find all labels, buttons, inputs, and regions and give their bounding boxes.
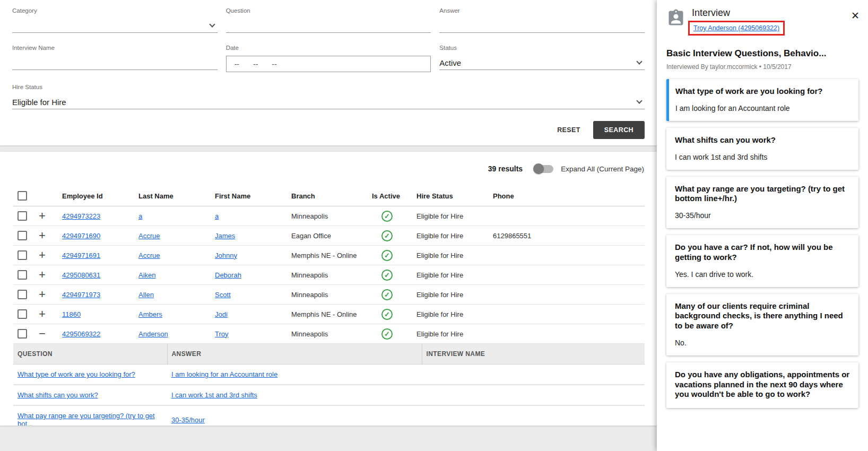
qa-question: Do you have a car? If not, how will you …: [675, 242, 850, 263]
expand-row-button[interactable]: +: [39, 289, 46, 300]
detail-answer-link[interactable]: 30-35/hour: [171, 416, 205, 424]
row-checkbox[interactable]: [18, 290, 27, 299]
date-day-segment[interactable]: --: [253, 60, 258, 68]
detail-answer-link[interactable]: I am looking for an Accountant role: [171, 370, 277, 378]
branch-cell: Eagan Office: [287, 226, 368, 246]
employee-id-link[interactable]: 4294973223: [62, 212, 100, 220]
last-name-link[interactable]: Accrue: [138, 232, 160, 240]
phone-cell: 6129865551: [489, 226, 563, 246]
person-link[interactable]: Troy Anderson (4295069322): [693, 24, 779, 32]
table-row: +4294971973AllenScottMinneapolis✓Eligibl…: [13, 285, 645, 305]
results-panel: 39 results Expand All (Current Page) Emp…: [0, 152, 657, 426]
branch-cell: Minneapolis: [287, 324, 368, 344]
main-content: Category Question Answer Interview Name: [0, 0, 657, 451]
last-name-link[interactable]: Anderson: [138, 330, 168, 338]
first-name-link[interactable]: Jodi: [215, 310, 228, 318]
expand-all-toggle[interactable]: [534, 165, 553, 173]
last-name-link[interactable]: Ambers: [138, 310, 162, 318]
results-header-row: Employee IdLast NameFirst NameBranchIs A…: [13, 186, 645, 206]
annotation-highlight-box: Troy Anderson (4295069322): [688, 21, 785, 36]
employee-id-link[interactable]: 4295069322: [62, 330, 100, 338]
status-select[interactable]: Active: [439, 56, 645, 70]
qa-answer: I can work 1st and 3rd shifts: [675, 153, 850, 161]
hire-status-value: Eligible for Hire: [12, 98, 66, 107]
results-tbody: +4294973223aaMinneapolis✓Eligible for Hi…: [13, 206, 645, 426]
phone-cell: [489, 265, 563, 285]
branch-cell: Memphis NE - Online: [287, 246, 368, 265]
interview-title: Basic Interview Questions, Behavio...: [666, 48, 858, 59]
expand-row-button[interactable]: +: [39, 249, 46, 261]
expand-row-button[interactable]: +: [39, 210, 46, 222]
active-check-icon: ✓: [381, 270, 393, 281]
search-button[interactable]: SEARCH: [593, 121, 645, 139]
category-select[interactable]: [12, 19, 218, 33]
close-icon[interactable]: ✕: [851, 10, 860, 22]
employee-id-link[interactable]: 11860: [62, 310, 81, 318]
column-header: Branch: [287, 186, 368, 206]
row-checkbox[interactable]: [18, 270, 27, 280]
date-input[interactable]: -- -- --: [226, 56, 431, 72]
results-count: 39 results: [488, 164, 523, 173]
detail-answer-link[interactable]: I can work 1st and 3rd shifts: [171, 391, 257, 399]
last-name-link[interactable]: Allen: [138, 291, 154, 299]
select-all-checkbox[interactable]: [18, 191, 27, 201]
first-name-link[interactable]: James: [215, 232, 235, 240]
employee-id-link[interactable]: 4294971691: [62, 251, 100, 259]
expand-row-button[interactable]: +: [39, 269, 46, 281]
detail-interview-name-cell: [422, 365, 645, 385]
expanded-detail-row: QUESTIONANSWERINTERVIEW NAMEWhat type of…: [13, 344, 645, 426]
status-field: Status Active: [439, 45, 645, 72]
detail-question-link[interactable]: What type of work are you looking for?: [18, 370, 135, 378]
phone-cell: [489, 285, 563, 305]
phone-cell: [489, 206, 563, 226]
interview-name-field: Interview Name: [12, 45, 218, 72]
hire-status-cell: Eligible for Hire: [412, 246, 489, 265]
date-month-segment[interactable]: --: [235, 60, 239, 68]
question-label: Question: [226, 7, 431, 14]
active-check-icon: ✓: [381, 328, 393, 340]
qa-card: Do you have any obligations, appointment…: [666, 362, 858, 408]
first-name-link[interactable]: Deborah: [215, 271, 241, 279]
branch-cell: Minneapolis: [287, 265, 368, 285]
hire-status-select[interactable]: Eligible for Hire: [12, 95, 645, 109]
row-checkbox[interactable]: [18, 309, 27, 319]
employee-id-link[interactable]: 4294971690: [62, 232, 100, 240]
detail-question-link[interactable]: What shifts can you work?: [18, 391, 98, 399]
row-checkbox[interactable]: [18, 231, 27, 240]
last-name-link[interactable]: Aiken: [138, 271, 156, 279]
reset-button[interactable]: RESET: [549, 121, 589, 139]
question-input[interactable]: [226, 19, 431, 33]
first-name-link[interactable]: a: [215, 212, 219, 220]
category-field: Category: [12, 7, 218, 33]
qa-question: What type of work are you looking for?: [675, 86, 850, 97]
employee-id-link[interactable]: 4294971973: [62, 291, 100, 299]
expand-row-button[interactable]: +: [39, 230, 46, 241]
row-checkbox[interactable]: [18, 250, 27, 260]
row-checkbox[interactable]: [18, 211, 27, 221]
app: Category Question Answer Interview Name: [0, 0, 868, 451]
column-header: Last Name: [134, 186, 211, 206]
employee-id-link[interactable]: 4295080631: [62, 271, 100, 279]
first-name-link[interactable]: Johnny: [215, 251, 237, 259]
active-check-icon: ✓: [381, 211, 393, 222]
table-row: −4295069322AndersonTroyMinneapolis✓Eligi…: [13, 324, 645, 344]
first-name-link[interactable]: Troy: [215, 330, 229, 338]
hire-status-field: Hire Status Eligible for Hire: [12, 84, 645, 109]
last-name-link[interactable]: a: [138, 212, 142, 220]
date-year-segment[interactable]: --: [272, 60, 276, 68]
expand-row-button[interactable]: +: [39, 308, 46, 320]
phone-cell: [489, 246, 563, 265]
status-value: Active: [439, 58, 461, 67]
row-checkbox[interactable]: [18, 329, 27, 339]
phone-cell: [489, 305, 563, 324]
detail-question-link[interactable]: What pay range are you targeting? (try t…: [18, 412, 155, 426]
answer-input[interactable]: [439, 19, 645, 33]
column-header: Employee Id: [58, 186, 134, 206]
last-name-link[interactable]: Accrue: [138, 251, 160, 259]
phone-cell: [489, 324, 563, 344]
first-name-link[interactable]: Scott: [215, 291, 231, 299]
collapse-row-button[interactable]: −: [39, 328, 46, 340]
interview-name-input[interactable]: [12, 56, 218, 70]
expand-all-label: Expand All (Current Page): [561, 165, 644, 173]
table-row: +4295080631AikenDeborahMinneapolis✓Eligi…: [13, 265, 645, 285]
